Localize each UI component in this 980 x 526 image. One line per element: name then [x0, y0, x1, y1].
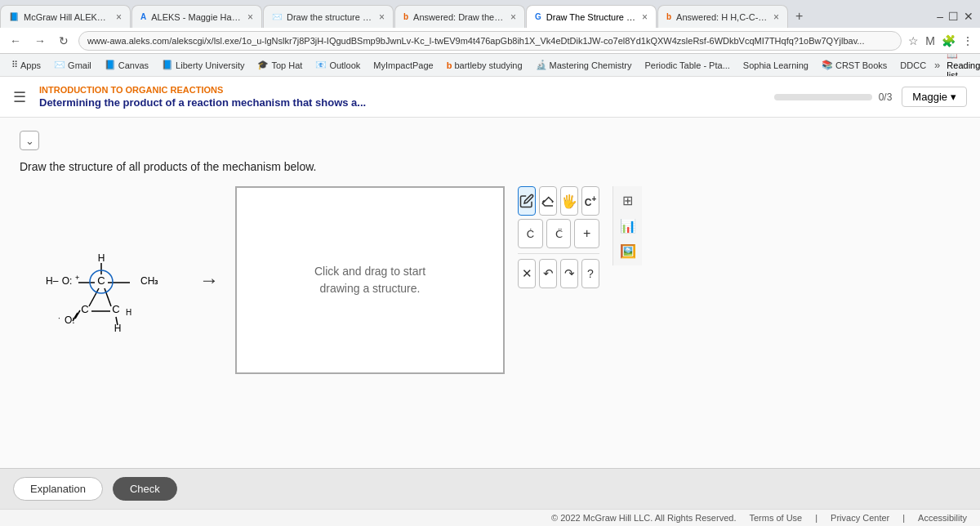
tab-mcgrawhill[interactable]: 📘 McGraw Hill ALEKS Chemis × — [0, 5, 131, 28]
bookmark-ddcc[interactable]: DDCC — [895, 59, 931, 72]
image-icon[interactable]: 🖼️ — [620, 243, 636, 259]
tab-label-1: McGraw Hill ALEKS Chemis — [24, 12, 111, 22]
terms-link[interactable]: Terms of Use — [749, 513, 802, 523]
menu-icon[interactable]: ⋮ — [962, 34, 973, 47]
tab-aleks[interactable]: A ALEKS - Maggie Hall - Lea × — [131, 5, 262, 28]
reload-button[interactable]: ↻ — [56, 33, 72, 49]
bookmark-apps[interactable]: ⠿ Apps — [7, 58, 46, 72]
user-chevron-icon: ▾ — [951, 91, 956, 103]
tab-close-2[interactable]: × — [247, 11, 253, 23]
table-icon[interactable]: ⊞ — [622, 193, 633, 208]
explanation-button[interactable]: Explanation — [13, 477, 103, 501]
eraser-tool[interactable] — [539, 186, 557, 216]
drawing-canvas[interactable]: Click and drag to start drawing a struct… — [235, 186, 505, 374]
bookmark-bartleby-label: bartleby studying — [454, 60, 522, 70]
main-content: ⌄ Draw the structure of all products of … — [0, 118, 980, 468]
tab-close-5[interactable]: × — [642, 11, 648, 23]
bookmark-gmail[interactable]: ✉️ Gmail — [49, 58, 96, 72]
bookmark-ddcc-label: DDCC — [900, 60, 926, 70]
canvas-icon: 📘 — [105, 60, 116, 70]
check-button[interactable]: Check — [113, 477, 177, 501]
copyright-text: © 2022 McGraw Hill LLC. All Rights Reser… — [551, 513, 736, 523]
bookmark-outlook-label: Outlook — [329, 60, 360, 70]
banner-text: INTRODUCTION TO ORGANIC REACTIONS Determ… — [39, 85, 764, 109]
tab-answered-draw[interactable]: b Answered: Draw the structu × — [394, 5, 525, 28]
tab-label-2: ALEKS - Maggie Hall - Lea — [151, 12, 243, 22]
charge-plus-tool[interactable]: C+ — [581, 186, 599, 216]
bookmark-tophat[interactable]: 🎓 Top Hat — [252, 58, 307, 72]
bookmark-sophia-label: Sophia Learning — [743, 60, 808, 70]
bookmark-tophat-label: Top Hat — [271, 60, 302, 70]
tab-close-3[interactable]: × — [379, 11, 385, 23]
tab-icon-2: A — [140, 12, 146, 21]
hamburger-icon[interactable]: ☰ — [13, 88, 26, 106]
user-button[interactable]: Maggie ▾ — [902, 87, 967, 107]
hand-tool[interactable]: 🖐️ — [560, 186, 578, 216]
right-sidebar: ⊞ 📊 🖼️ — [612, 186, 642, 265]
pencil-tool[interactable] — [518, 186, 536, 216]
toolbar-row-1: 🖐️ C+ — [518, 186, 599, 216]
accessibility-link[interactable]: Accessibility — [918, 513, 967, 523]
extensions-icon[interactable]: 🧩 — [942, 34, 956, 47]
footer-separator-1: | — [815, 513, 817, 523]
canvas-hint: Click and drag to start drawing a struct… — [314, 263, 425, 297]
svg-text:+: + — [75, 274, 79, 282]
tab-icon-3: ✉️ — [272, 12, 282, 21]
undo-tool[interactable]: ↶ — [539, 259, 557, 288]
bookmark-liberty[interactable]: 📘 Liberty University — [157, 58, 249, 72]
back-button[interactable]: ← — [7, 33, 24, 49]
carbon-dot-tool[interactable]: Ċ — [518, 219, 543, 248]
svg-text:H–: H– — [46, 275, 59, 287]
bookmark-star-icon[interactable]: ☆ — [908, 34, 919, 47]
banner-category: INTRODUCTION TO ORGANIC REACTIONS — [39, 85, 764, 95]
bookmarks-more[interactable]: » — [934, 59, 940, 71]
carbon-diradical-tool[interactable]: C̈ — [546, 219, 572, 248]
plus-tool[interactable]: + — [574, 219, 599, 248]
tab-draw-all[interactable]: G Draw The Structure Of All P × — [526, 5, 657, 28]
help-tool[interactable]: ? — [581, 259, 599, 288]
chart-icon[interactable]: 📊 — [620, 218, 636, 234]
collapse-button[interactable]: ⌄ — [20, 131, 39, 150]
tab-label-3: Draw the structure of all p — [287, 12, 374, 22]
bookmark-sophia[interactable]: Sophia Learning — [738, 59, 813, 72]
close-button[interactable]: ✕ — [964, 10, 973, 23]
profile-icon[interactable]: M — [925, 34, 935, 47]
tophat-icon: 🎓 — [257, 60, 269, 70]
url-input[interactable] — [78, 31, 902, 51]
progress-bar — [774, 94, 872, 100]
restore-button[interactable]: ☐ — [948, 10, 959, 23]
bookmark-liberty-label: Liberty University — [176, 60, 244, 70]
new-tab-button[interactable]: + — [789, 5, 809, 28]
bookmark-apps-label: Apps — [20, 60, 41, 70]
bookmark-mastering[interactable]: 🔬 Mastering Chemistry — [531, 58, 637, 72]
bookmark-crst[interactable]: 📚 CRST Books — [817, 58, 892, 72]
tab-answered-hc[interactable]: b Answered: H H,C-C-o: Click × — [657, 5, 788, 28]
bartleby-icon: b — [447, 60, 452, 70]
forward-button[interactable]: → — [31, 33, 49, 49]
tab-close-4[interactable]: × — [510, 11, 516, 23]
reading-list-icon[interactable]: 📖 Reading list — [947, 54, 980, 77]
redo-tool[interactable]: ↷ — [560, 259, 578, 288]
tab-close-6[interactable]: × — [773, 11, 779, 23]
minimize-button[interactable]: – — [937, 10, 943, 23]
bookmark-bartleby[interactable]: b bartleby studying — [442, 59, 528, 72]
delete-tool[interactable]: ✕ — [518, 259, 536, 288]
tab-close-1[interactable]: × — [116, 11, 122, 23]
privacy-link[interactable]: Privacy Center — [831, 513, 889, 523]
tab-draw-structure[interactable]: ✉️ Draw the structure of all p × — [263, 5, 394, 28]
tab-icon-5: G — [535, 12, 541, 21]
bookmark-outlook[interactable]: 📧 Outlook — [310, 58, 365, 72]
drawing-row: C O: + CH₃ H — [20, 186, 960, 374]
address-bar: ← → ↻ ☆ M 🧩 ⋮ — [0, 28, 980, 54]
svg-text:O:: O: — [62, 275, 73, 287]
bookmark-periodic[interactable]: Periodic Table - Pta... — [639, 59, 734, 72]
gmail-icon: ✉️ — [54, 60, 65, 70]
svg-text:CH₃: CH₃ — [140, 275, 158, 287]
bookmark-myimpact[interactable]: MyImpactPage — [368, 59, 438, 72]
bookmark-canvas[interactable]: 📘 Canvas — [100, 58, 154, 72]
footer: © 2022 McGraw Hill LLC. All Rights Reser… — [0, 509, 980, 526]
banner-title: Determining the product of a reaction me… — [39, 96, 764, 109]
question-text: Draw the structure of all products of th… — [20, 160, 960, 173]
canvas-hint-line1: Click and drag to start — [314, 265, 425, 278]
apps-icon: ⠿ — [11, 60, 18, 70]
